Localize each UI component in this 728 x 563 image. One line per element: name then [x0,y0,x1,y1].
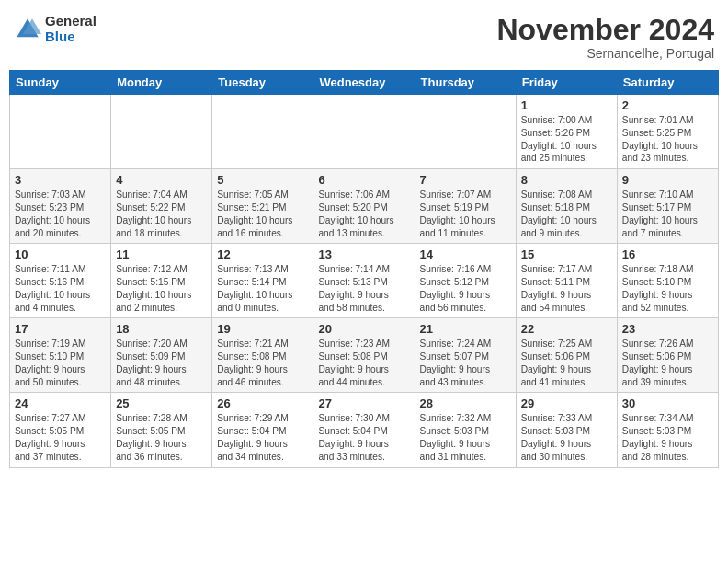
day-number: 14 [420,247,511,261]
day-number: 2 [622,98,713,112]
calendar-cell [415,95,516,169]
day-number: 27 [318,396,409,410]
day-info: Sunrise: 7:18 AM Sunset: 5:10 PM Dayligh… [622,263,713,314]
calendar-cell: 23Sunrise: 7:26 AM Sunset: 5:06 PM Dayli… [617,318,718,393]
calendar-cell: 3Sunrise: 7:03 AM Sunset: 5:23 PM Daylig… [10,169,111,244]
day-info: Sunrise: 7:23 AM Sunset: 5:08 PM Dayligh… [318,338,409,388]
day-info: Sunrise: 7:28 AM Sunset: 5:05 PM Dayligh… [116,412,207,463]
calendar-cell: 15Sunrise: 7:17 AM Sunset: 5:11 PM Dayli… [516,244,617,318]
calendar-cell: 2Sunrise: 7:01 AM Sunset: 5:25 PM Daylig… [617,95,718,169]
day-number: 6 [318,173,409,187]
calendar-cell: 29Sunrise: 7:33 AM Sunset: 5:03 PM Dayli… [516,393,617,467]
weekday-header-tuesday: Tuesday [212,71,313,95]
calendar-cell: 11Sunrise: 7:12 AM Sunset: 5:15 PM Dayli… [111,244,212,318]
calendar-cell: 21Sunrise: 7:24 AM Sunset: 5:07 PM Dayli… [415,318,516,393]
calendar-cell: 22Sunrise: 7:25 AM Sunset: 5:06 PM Dayli… [516,318,617,393]
weekday-header-saturday: Saturday [617,71,718,95]
logo: General Blue [14,14,97,44]
month-title: November 2024 [496,14,714,46]
calendar-cell: 27Sunrise: 7:30 AM Sunset: 5:04 PM Dayli… [313,393,415,467]
calendar-week-row: 17Sunrise: 7:19 AM Sunset: 5:10 PM Dayli… [10,318,719,393]
day-number: 25 [116,396,207,410]
calendar-cell: 19Sunrise: 7:21 AM Sunset: 5:08 PM Dayli… [212,318,313,393]
calendar-week-row: 10Sunrise: 7:11 AM Sunset: 5:16 PM Dayli… [10,244,719,318]
logo-icon [14,16,41,43]
day-info: Sunrise: 7:14 AM Sunset: 5:13 PM Dayligh… [318,263,409,314]
calendar-cell: 4Sunrise: 7:04 AM Sunset: 5:22 PM Daylig… [111,169,212,244]
calendar-cell: 14Sunrise: 7:16 AM Sunset: 5:12 PM Dayli… [415,244,516,318]
day-number: 18 [116,322,207,336]
day-number: 28 [420,396,511,410]
day-info: Sunrise: 7:10 AM Sunset: 5:17 PM Dayligh… [622,189,713,239]
calendar-cell [313,95,415,169]
day-info: Sunrise: 7:34 AM Sunset: 5:03 PM Dayligh… [622,412,713,463]
calendar-table: SundayMondayTuesdayWednesdayThursdayFrid… [9,70,719,467]
day-info: Sunrise: 7:33 AM Sunset: 5:03 PM Dayligh… [521,412,612,463]
calendar-cell: 7Sunrise: 7:07 AM Sunset: 5:19 PM Daylig… [415,169,516,244]
logo-text: General Blue [45,14,97,44]
day-number: 19 [217,322,308,336]
calendar-cell: 20Sunrise: 7:23 AM Sunset: 5:08 PM Dayli… [313,318,415,393]
calendar-week-row: 1Sunrise: 7:00 AM Sunset: 5:26 PM Daylig… [10,95,719,169]
weekday-header-row: SundayMondayTuesdayWednesdayThursdayFrid… [10,71,719,95]
calendar-cell: 24Sunrise: 7:27 AM Sunset: 5:05 PM Dayli… [10,393,111,467]
weekday-header-monday: Monday [111,71,212,95]
calendar-week-row: 24Sunrise: 7:27 AM Sunset: 5:05 PM Dayli… [10,393,719,467]
calendar-cell: 30Sunrise: 7:34 AM Sunset: 5:03 PM Dayli… [617,393,718,467]
day-number: 12 [217,247,308,261]
day-number: 23 [622,322,713,336]
weekday-header-thursday: Thursday [415,71,516,95]
calendar-cell: 10Sunrise: 7:11 AM Sunset: 5:16 PM Dayli… [10,244,111,318]
location: Sernancelhe, Portugal [496,46,714,61]
calendar-week-row: 3Sunrise: 7:03 AM Sunset: 5:23 PM Daylig… [10,169,719,244]
day-number: 20 [318,322,409,336]
day-number: 7 [420,173,511,187]
day-number: 3 [15,173,106,187]
day-info: Sunrise: 7:25 AM Sunset: 5:06 PM Dayligh… [521,338,612,388]
day-info: Sunrise: 7:29 AM Sunset: 5:04 PM Dayligh… [217,412,308,463]
day-info: Sunrise: 7:19 AM Sunset: 5:10 PM Dayligh… [15,338,106,388]
day-info: Sunrise: 7:13 AM Sunset: 5:14 PM Dayligh… [217,263,308,314]
day-info: Sunrise: 7:24 AM Sunset: 5:07 PM Dayligh… [420,338,511,388]
day-number: 22 [521,322,612,336]
day-number: 10 [15,247,106,261]
calendar-cell: 9Sunrise: 7:10 AM Sunset: 5:17 PM Daylig… [617,169,718,244]
day-number: 30 [622,396,713,410]
day-info: Sunrise: 7:21 AM Sunset: 5:08 PM Dayligh… [217,338,308,388]
day-number: 9 [622,173,713,187]
day-number: 5 [217,173,308,187]
weekday-header-sunday: Sunday [10,71,111,95]
day-number: 24 [15,396,106,410]
day-info: Sunrise: 7:05 AM Sunset: 5:21 PM Dayligh… [217,189,308,239]
logo-general: General [45,14,97,29]
calendar-cell: 8Sunrise: 7:08 AM Sunset: 5:18 PM Daylig… [516,169,617,244]
calendar-cell: 26Sunrise: 7:29 AM Sunset: 5:04 PM Dayli… [212,393,313,467]
calendar-cell: 6Sunrise: 7:06 AM Sunset: 5:20 PM Daylig… [313,169,415,244]
day-number: 1 [521,98,612,112]
calendar-cell: 28Sunrise: 7:32 AM Sunset: 5:03 PM Dayli… [415,393,516,467]
day-number: 16 [622,247,713,261]
day-number: 17 [15,322,106,336]
day-info: Sunrise: 7:17 AM Sunset: 5:11 PM Dayligh… [521,263,612,314]
day-info: Sunrise: 7:00 AM Sunset: 5:26 PM Dayligh… [521,114,612,165]
day-number: 8 [521,173,612,187]
day-info: Sunrise: 7:26 AM Sunset: 5:06 PM Dayligh… [622,338,713,388]
day-number: 15 [521,247,612,261]
day-info: Sunrise: 7:04 AM Sunset: 5:22 PM Dayligh… [116,189,207,239]
day-info: Sunrise: 7:27 AM Sunset: 5:05 PM Dayligh… [15,412,106,463]
day-info: Sunrise: 7:30 AM Sunset: 5:04 PM Dayligh… [318,412,409,463]
calendar-cell: 1Sunrise: 7:00 AM Sunset: 5:26 PM Daylig… [516,95,617,169]
day-number: 13 [318,247,409,261]
calendar-cell [10,95,111,169]
day-info: Sunrise: 7:07 AM Sunset: 5:19 PM Dayligh… [420,189,511,239]
weekday-header-wednesday: Wednesday [313,71,415,95]
day-number: 21 [420,322,511,336]
page-header: General Blue November 2024 Sernancelhe, … [9,9,719,61]
day-number: 29 [521,396,612,410]
day-info: Sunrise: 7:11 AM Sunset: 5:16 PM Dayligh… [15,263,106,314]
day-number: 11 [116,247,207,261]
day-number: 4 [116,173,207,187]
day-info: Sunrise: 7:20 AM Sunset: 5:09 PM Dayligh… [116,338,207,388]
calendar-cell: 16Sunrise: 7:18 AM Sunset: 5:10 PM Dayli… [617,244,718,318]
day-info: Sunrise: 7:01 AM Sunset: 5:25 PM Dayligh… [622,114,713,165]
